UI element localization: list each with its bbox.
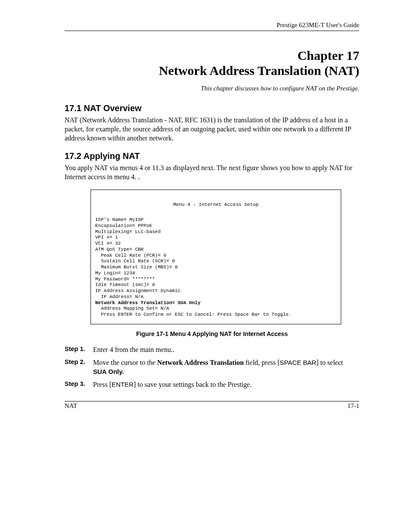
header-guide-name: Prestige 623ME-T User's Guide bbox=[65, 22, 359, 29]
step-3-key: ENTER bbox=[112, 381, 134, 388]
step-1-label: Step 1. bbox=[65, 345, 93, 355]
step-3-content: Press [ENTER] to save your settings back… bbox=[93, 380, 359, 389]
step-2-field: Network Address Translation bbox=[157, 359, 244, 366]
menu4-mbs: Maximum Burst Size (MBS)= 0 bbox=[95, 264, 177, 270]
menu4-mapset: Address Mapping Set= N/A bbox=[95, 306, 169, 311]
menu4-mux: Multiplexing= LLC-based bbox=[95, 229, 161, 234]
menu4-prompt: Press ENTER to Confirm or ESC to Cancel:… bbox=[95, 312, 291, 317]
step-2-content: Move the cursor to the Network Address T… bbox=[93, 358, 359, 376]
menu4-encap: Encapsulation= PPPoE bbox=[95, 223, 152, 228]
figure-caption: Figure 17-1 Menu 4 Applying NAT for Inte… bbox=[65, 330, 359, 337]
menu4-login: My Login= 1234 bbox=[95, 271, 135, 276]
step-2-row: Step 2. Move the cursor to the Network A… bbox=[65, 358, 359, 376]
menu4-box: Menu 4 - Internet Access Setup ISP's Nam… bbox=[90, 190, 341, 324]
step-3-label: Step 3. bbox=[65, 380, 93, 389]
menu4-pcr: Peak Cell Rate (PCR)= 0 bbox=[95, 253, 166, 258]
step-2-label: Step 2. bbox=[65, 358, 93, 376]
step-3-pre: Press [ bbox=[93, 381, 112, 388]
step-1-text: Enter 4 from the main menu.. bbox=[93, 345, 359, 355]
menu4-isp: ISP's Name= MyISP bbox=[95, 217, 143, 222]
footer-right: 17-1 bbox=[348, 402, 360, 410]
menu4-idle: Idle Timeout (sec)= 0 bbox=[95, 282, 155, 287]
step-2-pre: Move the cursor to the bbox=[93, 359, 157, 366]
section-17-2-heading: 17.2 Applying NAT bbox=[65, 151, 359, 161]
footer-rule bbox=[65, 401, 359, 401]
menu4-vci: VCI #= 32 bbox=[95, 241, 121, 246]
menu4-qos: ATM QoS Type= CBR bbox=[95, 247, 143, 252]
menu4-vpi: VPI #= 1 bbox=[95, 235, 118, 240]
chapter-subtitle: This chapter discusses how to configure … bbox=[65, 85, 359, 92]
footer-left: NAT bbox=[65, 402, 77, 410]
step-2-post: ] to select bbox=[316, 359, 343, 366]
menu4-pass: My Password= ******** bbox=[95, 277, 155, 282]
section-17-1-body: NAT (Network Address Translation - NAT, … bbox=[65, 116, 359, 143]
step-2-mid: field, press [ bbox=[244, 359, 280, 366]
step-2-line2: SUA Only. bbox=[93, 368, 124, 375]
menu4-nat: Network Address Translation= SUA Only bbox=[95, 300, 200, 305]
menu4-ipaddr: IP Address= N/A bbox=[95, 294, 143, 299]
step-3-post: ] to save your settings back to the Pres… bbox=[134, 381, 252, 388]
section-17-1-heading: 17.1 NAT Overview bbox=[65, 103, 359, 113]
menu4-scr: Sustain Cell Rate (SCR)= 0 bbox=[95, 258, 175, 264]
section-17-2-body: You apply NAT via menus 4 or 11.3 as dis… bbox=[65, 164, 359, 182]
step-3-row: Step 3. Press [ENTER] to save your setti… bbox=[65, 380, 359, 389]
menu4-title: Menu 4 - Internet Access Setup bbox=[95, 202, 336, 208]
menu4-ipassign: IP Address Assignment= Dynamic bbox=[95, 288, 181, 293]
chapter-number: Chapter 17 bbox=[297, 48, 359, 62]
header-rule bbox=[65, 31, 359, 31]
chapter-title: Network Address Translation (NAT) bbox=[159, 63, 359, 78]
step-1-row: Step 1. Enter 4 from the main menu.. bbox=[65, 345, 359, 355]
step-2-key: SPACE BAR bbox=[280, 359, 316, 366]
